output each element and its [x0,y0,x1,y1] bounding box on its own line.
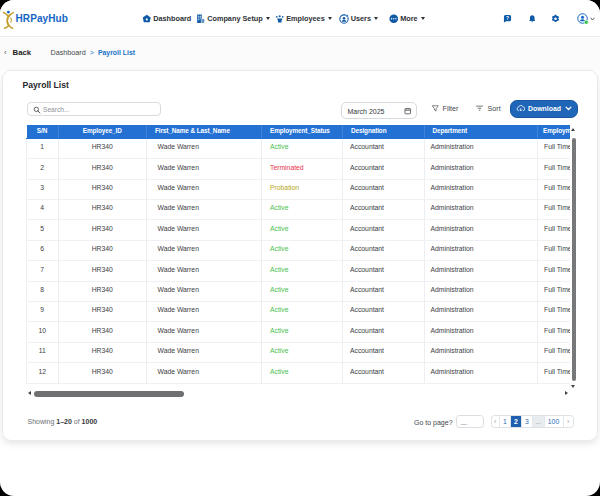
svg-text:?: ? [506,16,509,21]
